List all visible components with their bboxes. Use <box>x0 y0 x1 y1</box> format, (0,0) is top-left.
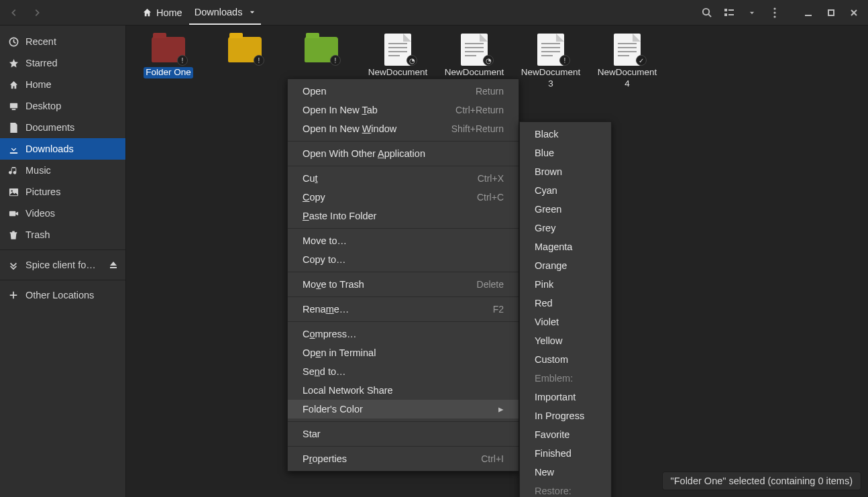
sidebar-item-label: Videos <box>25 208 55 219</box>
minimize-icon <box>804 9 812 17</box>
back-button[interactable] <box>4 3 24 23</box>
emblem-important[interactable]: Important <box>520 388 611 406</box>
emblem-badge: ! <box>330 55 341 66</box>
emblem-finished[interactable]: Finished <box>520 444 611 463</box>
pathbar: Home Downloads <box>137 1 261 25</box>
menu-folder-s-color[interactable]: Folder's Color▸ <box>288 400 519 419</box>
view-list-button[interactable] <box>719 3 739 23</box>
sidebar-item-videos[interactable]: Videos <box>0 203 125 224</box>
menu-label: Yellow <box>535 335 562 346</box>
menu-open-in-terminal[interactable]: Open in Terminal <box>288 343 519 362</box>
sidebar-item-recent[interactable]: Recent <box>0 31 125 52</box>
chevron-down-icon <box>749 9 755 16</box>
maximize-button[interactable] <box>821 3 841 23</box>
menu-send-to[interactable]: Send to… <box>288 362 519 381</box>
svg-rect-3 <box>728 9 734 11</box>
menu-label: Properties <box>303 453 347 464</box>
color-yellow[interactable]: Yellow <box>520 331 611 350</box>
minimize-button[interactable] <box>798 3 818 23</box>
sidebar-item-documents[interactable]: Documents <box>0 117 125 138</box>
menu-open-with-other-application[interactable]: Open With Other Application <box>288 144 519 163</box>
color-pink[interactable]: Pink <box>520 275 611 294</box>
menu-label: Open In New Tab <box>303 105 378 115</box>
submenu-restore-header: Restore: <box>520 482 611 497</box>
svg-point-6 <box>773 11 775 13</box>
color-green[interactable]: Green <box>520 200 611 219</box>
network-drive-icon <box>8 260 19 270</box>
menu-open-in-new-window[interactable]: Open In New WindowShift+Return <box>288 119 519 138</box>
menu-move-to-trash[interactable]: Move to TrashDelete <box>288 275 519 294</box>
svg-rect-4 <box>728 14 734 15</box>
sidebar-item-downloads[interactable]: Downloads <box>0 138 125 160</box>
color-violet[interactable]: Violet <box>520 313 611 331</box>
document-item[interactable]: ✓NewDocument 4 <box>597 35 657 90</box>
menu-open[interactable]: OpenReturn <box>288 82 519 101</box>
menu-open-in-new-tab[interactable]: Open In New TabCtrl+Return <box>288 101 519 119</box>
sidebar-item-label: Recent <box>25 36 56 47</box>
content-area[interactable]: !Folder One!!◔NewDocument◔NewDocument 2!… <box>126 25 868 497</box>
sidebar: RecentStarredHomeDesktopDocumentsDownloa… <box>0 25 126 497</box>
menu-label: Open <box>303 86 326 97</box>
menu-properties[interactable]: PropertiesCtrl+I <box>288 449 519 468</box>
emblem-new[interactable]: New <box>520 463 611 482</box>
emblem-favorite[interactable]: Favorite <box>520 425 611 444</box>
menu-rename[interactable]: Rename…F2 <box>288 300 519 319</box>
color-grey[interactable]: Grey <box>520 219 611 237</box>
document-item[interactable]: !NewDocument 3 <box>521 35 581 90</box>
sidebar-mount-spice[interactable]: Spice client fo… <box>0 254 125 276</box>
menu-local-network-share[interactable]: Local Network Share <box>288 381 519 400</box>
menu-cut[interactable]: CutCtrl+X <box>288 169 519 188</box>
folder-item[interactable]: ! <box>215 35 275 90</box>
path-downloads[interactable]: Downloads <box>189 1 262 25</box>
sidebar-item-label: Spice client fo… <box>25 260 96 270</box>
headerbar: Home Downloads <box>0 0 868 25</box>
menu-star[interactable]: Star <box>288 425 519 443</box>
forward-button[interactable] <box>27 3 47 23</box>
color-black[interactable]: Black <box>520 125 611 144</box>
path-home[interactable]: Home <box>137 1 188 25</box>
menu-copy[interactable]: CopyCtrl+C <box>288 188 519 207</box>
eject-button[interactable] <box>109 261 117 269</box>
sidebar-item-desktop[interactable]: Desktop <box>0 95 125 117</box>
sidebar-item-trash[interactable]: Trash <box>0 224 125 245</box>
sidebar-item-music[interactable]: Music <box>0 160 125 181</box>
item-label: NewDocument 4 <box>597 67 657 90</box>
color-blue[interactable]: Blue <box>520 144 611 162</box>
color-brown[interactable]: Brown <box>520 162 611 181</box>
hamburger-menu-button[interactable] <box>765 3 785 23</box>
color-red[interactable]: Red <box>520 294 611 313</box>
menu-label: Custom <box>535 354 568 365</box>
menu-label: Open With Other Application <box>303 148 425 159</box>
search-button[interactable] <box>696 3 716 23</box>
close-button[interactable] <box>844 3 864 23</box>
sidebar-item-starred[interactable]: Starred <box>0 52 125 74</box>
menu-copy-to[interactable]: Copy to… <box>288 250 519 269</box>
emblem-badge: ! <box>254 55 264 66</box>
view-dropdown-button[interactable] <box>742 3 762 23</box>
sidebar-item-pictures[interactable]: Pictures <box>0 181 125 203</box>
sidebar-item-label: Documents <box>25 122 74 133</box>
svg-rect-9 <box>828 10 834 15</box>
menu-paste-into-folder[interactable]: Paste Into Folder <box>288 207 519 225</box>
sidebar-other-locations[interactable]: Other Locations <box>0 284 125 306</box>
kebab-icon <box>773 7 776 18</box>
plus-icon <box>8 290 19 300</box>
clock-icon <box>8 37 19 47</box>
sidebar-item-label: Trash <box>25 229 50 240</box>
sidebar-item-label: Home <box>25 79 52 90</box>
color-magenta[interactable]: Magenta <box>520 237 611 256</box>
menu-label: Violet <box>535 317 559 327</box>
emblem-in-progress[interactable]: In Progress <box>520 406 611 425</box>
menu-label: In Progress <box>535 410 584 421</box>
menu-move-to[interactable]: Move to… <box>288 231 519 250</box>
sidebar-item-home[interactable]: Home <box>0 74 125 95</box>
color-cyan[interactable]: Cyan <box>520 181 611 200</box>
view-list-icon <box>724 8 735 17</box>
color-custom[interactable]: Custom <box>520 350 611 369</box>
context-menu: OpenReturnOpen In New TabCtrl+ReturnOpen… <box>287 78 519 472</box>
menu-compress[interactable]: Compress… <box>288 325 519 343</box>
color-orange[interactable]: Orange <box>520 256 611 275</box>
svg-rect-1 <box>724 9 727 11</box>
menu-label: Move to… <box>303 235 347 246</box>
folder-item[interactable]: !Folder One <box>138 35 199 90</box>
